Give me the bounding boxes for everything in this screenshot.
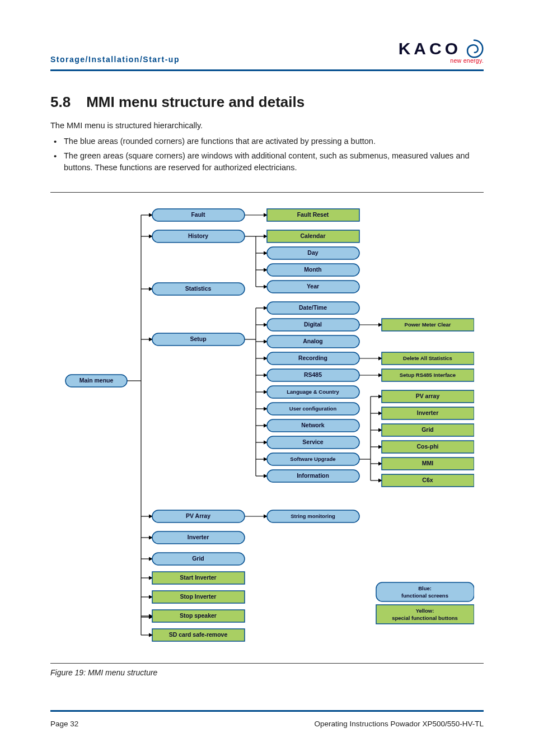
node-stop-speaker: Stop speaker xyxy=(180,612,217,619)
node-sw-mmi: MMI xyxy=(422,460,433,466)
node-grid: Grid xyxy=(192,555,204,562)
logo-text: KACO xyxy=(399,39,461,58)
node-inverter: Inverter xyxy=(188,534,209,540)
intro-text: The MMI menu is structured hierarchicall… xyxy=(50,121,484,130)
node-rs485: RS485 xyxy=(304,371,322,378)
node-information: Information xyxy=(297,472,329,479)
node-fault-reset: Fault Reset xyxy=(297,211,329,218)
node-main-menu: Main menue xyxy=(79,377,114,384)
node-sw-pv-array: PV array xyxy=(416,393,440,399)
swirl-icon xyxy=(465,39,484,58)
node-calendar: Calendar xyxy=(301,232,326,239)
legend-yellow-line1: Yellow: xyxy=(416,607,434,613)
doc-title: Operating Instructions Powador XP500/550… xyxy=(315,720,484,728)
logo-tagline: new energy. xyxy=(450,57,484,64)
node-pv-array: PV Array xyxy=(186,512,210,519)
figure-caption: Figure 19: MMI menu structure xyxy=(50,668,484,677)
bullet-item: The green areas (square corners) are win… xyxy=(54,150,484,173)
legend-blue-line1: Blue: xyxy=(418,585,432,591)
node-analog: Analog xyxy=(303,338,323,344)
node-network: Network xyxy=(301,422,325,428)
node-software-upgrade: Software Upgrade xyxy=(290,455,335,461)
legend-yellow-line2: special functional buttons xyxy=(392,614,458,620)
node-sw-grid: Grid xyxy=(421,426,434,433)
menu-structure-diagram: .box-blue { fill:#9dc9e6; stroke:#004b8d… xyxy=(60,204,474,652)
node-date-time: Date/Time xyxy=(299,304,327,311)
node-day: Day xyxy=(307,249,318,256)
node-user-config: User configuration xyxy=(289,405,337,411)
figure-rule-top xyxy=(50,192,484,193)
node-digital: Digital xyxy=(304,321,322,328)
node-sw-inverter: Inverter xyxy=(417,409,439,416)
node-string-monitoring: String monitoring xyxy=(291,512,335,519)
node-sw-c6x: C6x xyxy=(422,477,433,483)
node-service: Service xyxy=(302,438,324,445)
node-fault: Fault xyxy=(191,211,205,218)
brand-logo: KACO new energy. xyxy=(399,39,484,64)
node-delete-all-statistics: Delete All Statistics xyxy=(403,354,452,361)
node-setup-rs485: Setup RS485 Interface xyxy=(400,371,456,377)
node-setup: Setup xyxy=(190,335,206,342)
node-power-meter-clear: Power Meter Clear xyxy=(405,321,451,327)
node-history: History xyxy=(188,232,208,239)
legend-blue-line2: functional screens xyxy=(401,592,448,598)
figure-rule-bottom xyxy=(50,663,484,664)
page-number: Page 32 xyxy=(50,720,78,728)
header-rule xyxy=(50,69,484,71)
node-statistics: Statistics xyxy=(185,285,212,292)
footer-rule xyxy=(50,710,484,712)
node-sd-safe-remove: SD card safe-remove xyxy=(169,631,228,638)
node-stop-inverter: Stop Inverter xyxy=(180,593,217,600)
node-year: Year xyxy=(307,283,319,290)
section-number: 5.8 xyxy=(50,94,71,111)
node-month: Month xyxy=(304,266,322,273)
node-recording: Recording xyxy=(298,354,327,361)
breadcrumb: Storage/Installation/Start-up xyxy=(50,55,180,64)
node-start-inverter: Start Inverter xyxy=(180,574,216,581)
node-sw-cos-phi: Cos-phi xyxy=(416,443,438,450)
node-language-country: Language & Country xyxy=(287,388,339,394)
bullet-item: The blue areas (rounded corners) are fun… xyxy=(54,136,484,147)
section-title: MMI menu structure and details xyxy=(86,94,305,111)
